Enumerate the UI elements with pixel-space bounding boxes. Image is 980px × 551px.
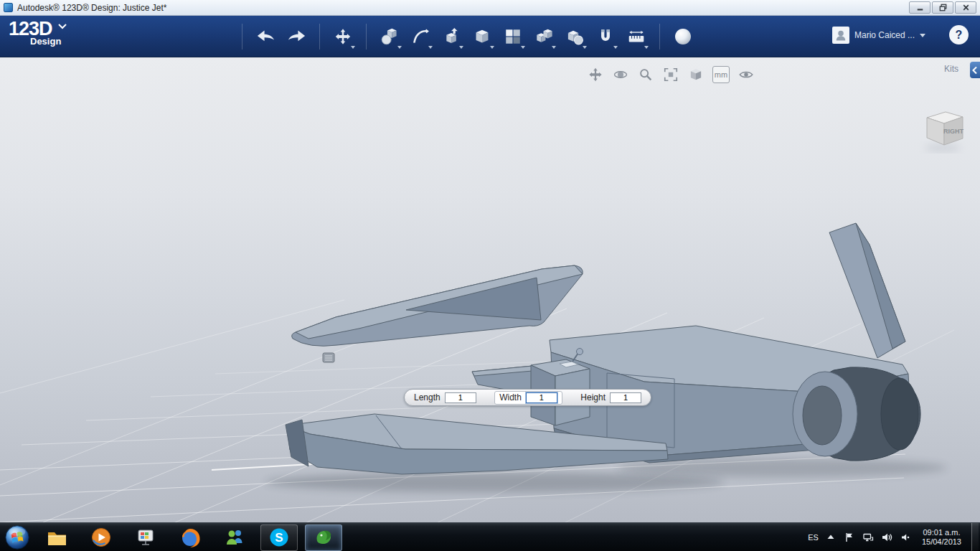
combine-tool-button[interactable] [562,22,588,52]
taskbar-media-player-button[interactable] [83,524,120,551]
engine-part[interactable] [793,367,920,461]
user-name: Mario Caiced ... [854,30,915,40]
taskbar-123d-design-button[interactable] [305,524,342,551]
123d-design-app-icon [312,526,335,549]
tray-clock[interactable]: 09:01 a.m. 15/04/2013 [922,528,961,547]
combine-icon [565,27,584,46]
taskbar-pinned-app-button[interactable] [127,524,164,551]
height-label: Height [580,392,606,402]
grouping-tool-button[interactable] [531,22,557,52]
sketch-tool-button[interactable] [407,22,433,52]
visibility-button[interactable] [738,66,755,83]
magnet-icon [596,27,615,46]
modify-icon [473,27,491,46]
speaker-icon [881,532,892,543]
construct-tool-button[interactable] [438,22,464,52]
height-field-group: Height [580,392,641,403]
dropdown-caret-icon [428,46,433,49]
primitives-tool-button[interactable] [377,22,402,52]
orbit-button[interactable] [612,66,629,83]
pan-button[interactable] [587,66,604,83]
snap-tool-button[interactable] [593,22,618,52]
app-menu-button[interactable]: 123D Design [9,19,95,47]
avatar [832,27,849,44]
language-indicator[interactable]: ES [808,533,819,542]
chevron-down-icon [920,34,925,37]
show-desktop-button[interactable] [971,523,979,551]
skype-icon: S [268,526,291,549]
firefox-icon [179,526,202,549]
user-icon [834,28,848,42]
redo-button[interactable] [283,22,309,52]
transform-tool-button[interactable] [330,22,356,52]
width-input[interactable] [526,392,557,403]
logo-design: Design [30,36,95,47]
main-toolbar: 123D Design [0,16,980,57]
height-input[interactable] [610,392,641,403]
network-icon [862,532,874,543]
action-center-button[interactable] [844,531,856,543]
taskbar-messenger-button[interactable] [216,524,253,551]
restore-icon [938,2,948,13]
flag-icon [844,532,855,543]
help-button[interactable]: ? [949,25,969,44]
dimension-toolbar: Length Width Height [404,389,651,406]
restore-button[interactable] [932,1,953,14]
length-field-group: Length [414,392,476,403]
fit-view-button[interactable] [662,66,679,83]
units-button[interactable]: mm [712,66,730,83]
scene-canvas[interactable] [0,57,980,522]
window-title: Autodesk® 123D® Design: Justice Jet* [17,3,166,13]
kits-panel-label[interactable]: Kits [944,64,958,74]
view-cube-icon: RIGHT [918,105,970,154]
start-button[interactable] [0,523,34,551]
wing-part[interactable] [292,265,583,346]
minimize-icon [915,2,925,13]
length-input[interactable] [445,392,476,403]
pinned-app-icon [134,526,157,549]
network-button[interactable] [862,531,875,543]
materials-button[interactable] [670,22,696,52]
chevron-down-icon [58,24,67,29]
material-sphere-icon [675,29,691,44]
separator [319,24,320,50]
account-menu[interactable]: Mario Caiced ... [832,27,925,44]
redo-icon [286,26,308,48]
audio-manager-button[interactable] [900,531,912,543]
pattern-tool-button[interactable] [500,22,526,52]
grouping-icon [534,27,553,46]
viewport-3d[interactable]: mm Kits RIGHT [0,57,980,522]
undo-button[interactable] [253,22,278,52]
dropdown-caret-icon [459,46,463,49]
taskbar-skype-button[interactable]: S [260,524,298,551]
minimize-button[interactable] [909,1,930,14]
dropdown-caret-icon [552,46,556,49]
volume-button[interactable] [881,531,893,543]
taskbar-explorer-button[interactable] [38,524,75,551]
transform-icon [334,27,352,46]
clock-date: 15/04/2013 [922,537,961,547]
separator [242,24,242,50]
primitives-icon [380,27,399,46]
panel-collapse-tab[interactable] [970,62,980,78]
zoom-button[interactable] [637,66,654,83]
view-navigation-bar: mm [587,66,755,83]
svg-text:S: S [275,531,283,545]
close-button[interactable] [955,1,976,14]
taskbar-firefox-button[interactable] [171,524,209,551]
application-icon [4,3,13,12]
chevron-left-icon [971,66,979,75]
standard-views-button[interactable] [687,66,705,83]
tray-expand-button[interactable] [825,531,837,543]
messenger-icon [223,526,246,549]
windows-taskbar: S ES [0,522,980,551]
desktop: Autodesk® 123D® Design: Justice Jet* 123… [0,0,980,551]
help-label: ? [956,29,963,42]
construct-icon [442,27,461,46]
view-cube[interactable]: RIGHT [918,105,970,154]
modify-tool-button[interactable] [469,22,495,52]
close-icon [961,2,971,13]
measure-tool-button[interactable] [623,22,649,52]
dropdown-caret-icon [490,46,494,49]
fit-icon [663,67,679,83]
